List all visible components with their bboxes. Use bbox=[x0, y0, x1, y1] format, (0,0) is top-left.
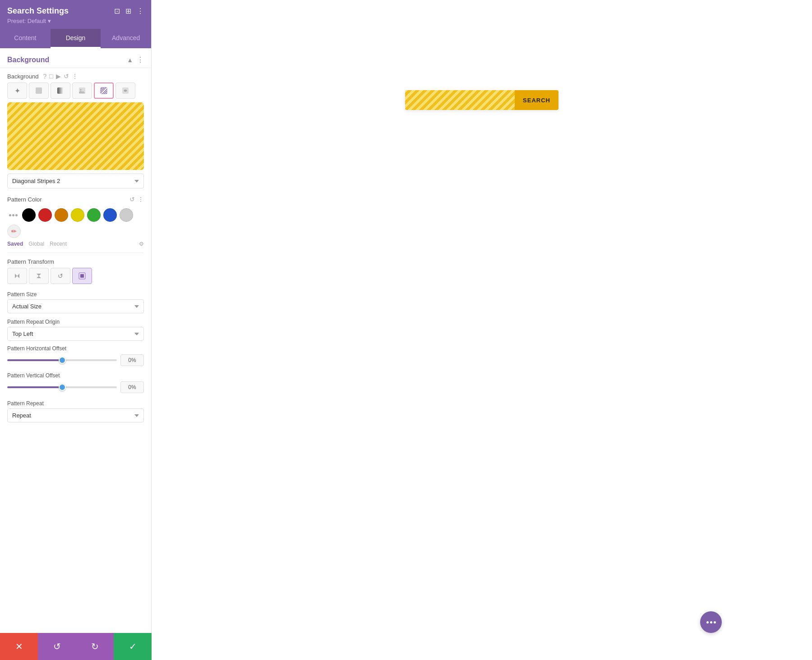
bg-type-mask[interactable] bbox=[115, 82, 135, 99]
bg-options-icon[interactable]: ⋮ bbox=[72, 73, 78, 80]
pattern-size-field: Pattern Size Actual Size Stretch Cover C… bbox=[0, 289, 151, 316]
pattern-v-offset-input[interactable] bbox=[7, 386, 117, 388]
pattern-v-offset-slider-row: Pattern Vertical Offset bbox=[0, 371, 151, 398]
cancel-button[interactable]: ✕ bbox=[0, 633, 38, 660]
dot-3 bbox=[714, 621, 716, 623]
background-section-header: Background ▲ ⋮ bbox=[0, 48, 151, 68]
color-swatches-wrapper: ✏ bbox=[0, 206, 151, 238]
divider-1 bbox=[7, 252, 144, 253]
svg-rect-1 bbox=[57, 87, 64, 94]
help-icon[interactable]: ? bbox=[43, 73, 46, 80]
pattern-color-row: Pattern Color ↺ ⋮ bbox=[0, 194, 151, 206]
pattern-v-offset-label: Pattern Vertical Offset bbox=[7, 372, 144, 379]
sidebar-tabs: Content Design Advanced bbox=[0, 29, 151, 48]
swatch-black[interactable] bbox=[22, 208, 36, 222]
color-swatches: ✏ bbox=[7, 208, 144, 238]
pattern-repeat-origin-label: Pattern Repeat Origin bbox=[7, 319, 144, 325]
more-swatches-btn[interactable] bbox=[7, 212, 19, 218]
pattern-preview bbox=[7, 102, 144, 170]
pattern-color-reset-icon[interactable]: ↺ bbox=[129, 196, 135, 203]
swatch-green[interactable] bbox=[87, 208, 101, 222]
bg-type-none[interactable]: ✦ bbox=[7, 82, 27, 99]
sidebar-title: Search Settings bbox=[7, 6, 69, 16]
color-tab-recent[interactable]: Recent bbox=[50, 241, 67, 247]
color-tab-gear-icon[interactable]: ⚙ bbox=[139, 241, 144, 247]
sidebar-body: Background ▲ ⋮ Background ? □ ▶ ↺ ⋮ ✦ bbox=[0, 48, 151, 660]
sidebar-footer: ✕ ↺ ↻ ✓ bbox=[0, 633, 152, 660]
pattern-v-offset-value[interactable] bbox=[120, 381, 144, 393]
tab-content[interactable]: Content bbox=[0, 29, 51, 48]
svg-rect-13 bbox=[80, 274, 84, 278]
floating-dots-inner bbox=[706, 621, 716, 623]
tab-design[interactable]: Design bbox=[51, 29, 101, 48]
dot-2 bbox=[710, 621, 712, 623]
undo-button[interactable]: ↺ bbox=[38, 633, 76, 660]
color-tab-global[interactable]: Global bbox=[28, 241, 44, 247]
sidebar: Search Settings ⊡ ⊞ ⋮ Preset: Default ▾ … bbox=[0, 0, 152, 660]
section-title: Background bbox=[7, 56, 49, 64]
bg-type-color[interactable] bbox=[29, 82, 49, 99]
bg-type-pattern[interactable] bbox=[94, 82, 114, 99]
sidebar-header: Search Settings ⊡ ⊞ ⋮ Preset: Default ▾ bbox=[0, 0, 151, 29]
pattern-transform-row: ↺ bbox=[0, 268, 151, 289]
transform-rotate[interactable]: ↺ bbox=[51, 268, 70, 284]
transform-flip-h[interactable] bbox=[7, 268, 27, 284]
pattern-transform-label: Pattern Transform bbox=[0, 255, 151, 268]
search-button-preview[interactable]: SEARCH bbox=[515, 90, 558, 110]
swatch-yellow[interactable] bbox=[71, 208, 84, 222]
pattern-size-label: Pattern Size bbox=[7, 291, 144, 298]
pattern-h-offset-slider-row: Pattern Horizontal Offset bbox=[0, 344, 151, 371]
swatch-red[interactable] bbox=[38, 208, 52, 222]
mobile-icon[interactable]: □ bbox=[49, 73, 53, 80]
floating-dots-button[interactable] bbox=[700, 611, 722, 633]
background-label: Background bbox=[7, 73, 38, 80]
pattern-repeat-select[interactable]: Repeat Repeat X Repeat Y No Repeat bbox=[7, 408, 144, 422]
pattern-dropdown-row: Diagonal Stripes 2 Diagonal Stripes 1 Di… bbox=[7, 174, 144, 188]
tab-advanced[interactable]: Advanced bbox=[101, 29, 151, 48]
pattern-size-select[interactable]: Actual Size Stretch Cover Contain Custom bbox=[7, 299, 144, 313]
preset-label: Preset: Default bbox=[7, 18, 46, 24]
cursor-icon[interactable]: ▶ bbox=[56, 73, 61, 80]
section-options-icon[interactable]: ⋮ bbox=[137, 55, 144, 64]
preset-row: Preset: Default ▾ bbox=[7, 18, 144, 24]
grid-icon[interactable]: ⊞ bbox=[125, 7, 131, 15]
eyedropper-swatch[interactable]: ✏ bbox=[7, 225, 21, 238]
redo-button[interactable]: ↻ bbox=[76, 633, 114, 660]
pattern-color-options-icon[interactable]: ⋮ bbox=[138, 196, 144, 203]
transform-flip-v[interactable] bbox=[29, 268, 49, 284]
pattern-color-label: Pattern Color bbox=[7, 196, 127, 203]
swatch-blue[interactable] bbox=[103, 208, 117, 222]
background-label-row: Background ? □ ▶ ↺ ⋮ bbox=[0, 68, 151, 82]
svg-point-3 bbox=[80, 89, 82, 91]
pattern-h-offset-input[interactable] bbox=[7, 359, 117, 361]
search-input-preview bbox=[405, 90, 515, 110]
pattern-repeat-field: Pattern Repeat Repeat Repeat X Repeat Y … bbox=[0, 398, 151, 425]
search-widget-preview: SEARCH bbox=[405, 90, 558, 110]
bg-type-row: ✦ bbox=[0, 82, 151, 102]
reset-bg-icon[interactable]: ↺ bbox=[64, 73, 69, 80]
pattern-repeat-origin-field: Pattern Repeat Origin Top Left Top Cente… bbox=[0, 316, 151, 344]
swatch-light-gray[interactable] bbox=[120, 208, 133, 222]
pattern-h-offset-label: Pattern Horizontal Offset bbox=[7, 345, 144, 352]
main-canvas: SEARCH bbox=[152, 0, 812, 660]
collapse-icon[interactable]: ▲ bbox=[127, 56, 133, 64]
preset-arrow-icon[interactable]: ▾ bbox=[48, 18, 51, 24]
transform-invert[interactable] bbox=[72, 268, 92, 284]
svg-rect-0 bbox=[36, 87, 42, 94]
pattern-repeat-origin-select[interactable]: Top Left Top Center Top Right Center Bot… bbox=[7, 327, 144, 341]
bg-type-gradient[interactable] bbox=[51, 82, 70, 99]
header-icons: ⊡ ⊞ ⋮ bbox=[114, 7, 144, 15]
bg-type-image[interactable] bbox=[72, 82, 92, 99]
dot-1 bbox=[706, 621, 709, 623]
pattern-h-offset-value[interactable] bbox=[120, 354, 144, 366]
pattern-repeat-label: Pattern Repeat bbox=[7, 400, 144, 407]
resize-icon[interactable]: ⊡ bbox=[114, 7, 120, 15]
pattern-dropdown[interactable]: Diagonal Stripes 2 Diagonal Stripes 1 Di… bbox=[7, 174, 144, 188]
save-button[interactable]: ✓ bbox=[114, 633, 152, 660]
swatch-orange[interactable] bbox=[55, 208, 68, 222]
color-tab-saved[interactable]: Saved bbox=[7, 241, 23, 247]
more-icon[interactable]: ⋮ bbox=[137, 7, 144, 15]
color-tabs: Saved Global Recent ⚙ bbox=[0, 238, 151, 251]
